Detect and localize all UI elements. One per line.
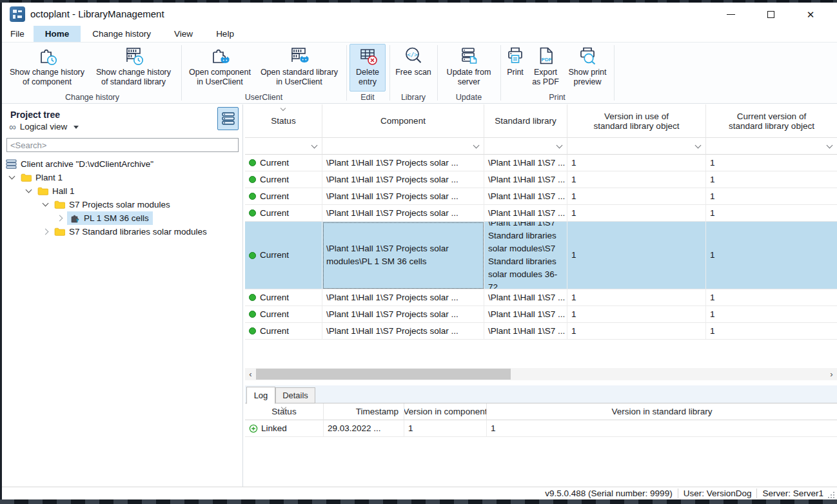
menu-help[interactable]: Help xyxy=(204,26,246,42)
menu-view[interactable]: View xyxy=(162,26,204,42)
search-input[interactable] xyxy=(6,138,239,152)
minimize-button[interactable] xyxy=(711,3,751,26)
chevron-down-icon xyxy=(695,142,702,148)
menu-change-history[interactable]: Change history xyxy=(81,26,162,42)
close-button[interactable]: ✕ xyxy=(791,3,831,26)
column-header-standard-library[interactable]: Standard library xyxy=(484,104,567,138)
filter-dropdown-current-version[interactable] xyxy=(706,138,837,155)
column-header-current-version[interactable]: Current version of standard library obje… xyxy=(706,104,837,138)
column-header-status[interactable]: Status xyxy=(245,104,322,138)
print-icon xyxy=(504,44,526,68)
column-header-component[interactable]: Component xyxy=(322,104,484,138)
detail-tabs: Log Details xyxy=(245,385,837,403)
export-pdf-icon: PDF xyxy=(535,44,556,68)
horizontal-scrollbar[interactable]: ‹ › xyxy=(245,368,837,380)
expander-collapsed-icon[interactable] xyxy=(57,215,63,222)
status-current-icon xyxy=(249,209,256,217)
tab-log[interactable]: Log xyxy=(246,387,275,404)
log-row[interactable]: Linked 29.03.2022 ... 1 1 xyxy=(245,420,837,437)
chevron-down-icon xyxy=(473,142,480,148)
status-bar: v9.5.0.488 (Serial number: 9999) User: V… xyxy=(2,487,837,499)
tree-item-s7-standard-libraries[interactable]: S7 Standard libraries solar modules xyxy=(43,225,207,238)
tree-view-mode-selector[interactable]: ∞ Logical view xyxy=(9,122,79,131)
table-row[interactable]: Current \Plant 1\Hall 1\S7 Projects sola… xyxy=(245,155,837,171)
filter-dropdown-standard-library[interactable] xyxy=(484,138,567,155)
focused-cell: \Plant 1\Hall 1\S7 Projects solar module… xyxy=(322,222,484,289)
component-history-icon xyxy=(36,44,58,68)
expander-expanded-icon[interactable] xyxy=(26,187,32,193)
log-table: Status Timestamp Version in component Ve… xyxy=(245,403,837,420)
print-preview-icon xyxy=(576,44,598,68)
log-column-timestamp[interactable]: Timestamp xyxy=(324,403,404,420)
scroll-right-icon[interactable]: › xyxy=(826,368,837,380)
maximize-button[interactable] xyxy=(751,3,791,26)
tree-item-pl1-sm36-selected[interactable]: PL 1 SM 36 cells xyxy=(57,211,153,225)
scrollbar-thumb[interactable] xyxy=(256,369,511,380)
scrollbar-track[interactable] xyxy=(256,368,826,380)
sort-descending-icon xyxy=(280,106,285,111)
status-separator xyxy=(756,489,757,498)
delete-entry-button[interactable]: Delete entry xyxy=(350,44,386,92)
project-tree-panel: Project tree ∞ Logical view xyxy=(2,104,243,487)
server-stack-icon xyxy=(221,111,235,126)
table-row-selected[interactable]: Current \Plant 1\Hall 1\S7 Projects sola… xyxy=(245,222,837,289)
status-current-icon xyxy=(249,176,256,183)
menu-bar: File Home Change history View Help xyxy=(2,26,837,43)
ribbon-group-print: Print xyxy=(503,92,611,102)
tree-item-hall1[interactable]: Hall 1 xyxy=(26,184,75,198)
open-component-userclient-button[interactable]: Open component in UserClient xyxy=(185,44,255,92)
window-title: octoplant - LibraryManagement xyxy=(30,8,164,19)
expander-collapsed-icon[interactable] xyxy=(43,229,49,235)
show-print-preview-button[interactable]: Show print preview xyxy=(564,44,611,92)
svg-text:PDF: PDF xyxy=(542,57,552,63)
table-row[interactable]: Current \Plant 1\Hall 1\S7 Projects sola… xyxy=(245,205,837,222)
status-separator xyxy=(678,489,678,498)
ribbon-separator xyxy=(614,45,615,101)
export-pdf-button[interactable]: PDF Export as PDF xyxy=(529,44,562,92)
tree-item-plant1[interactable]: Plant 1 xyxy=(10,171,63,184)
filter-dropdown-status[interactable] xyxy=(245,138,322,155)
ribbon-group-edit: Edit xyxy=(350,92,386,102)
ribbon-group-userclient: UserClient xyxy=(185,92,342,102)
tree-item-s7-projects[interactable]: S7 Projects solar modules xyxy=(43,198,170,211)
title-bar: octoplant - LibraryManagement ✕ xyxy=(2,3,837,26)
library-userclient-icon xyxy=(288,44,310,68)
show-change-history-component-button[interactable]: Show change history of component xyxy=(7,44,87,92)
chevron-down-icon xyxy=(74,126,79,129)
expander-expanded-icon[interactable] xyxy=(43,200,49,207)
table-row[interactable]: Current \Plant 1\Hall 1\S7 Projects sola… xyxy=(245,323,837,340)
log-column-version-in-standard-library[interactable]: Version in standard library xyxy=(487,403,837,420)
folder-icon xyxy=(37,187,48,195)
tree-item-client-archive[interactable]: Client archive "D:\vdClientArchive" xyxy=(6,157,153,171)
status-server: Server: Server1 xyxy=(762,489,823,498)
menu-home[interactable]: Home xyxy=(34,26,81,42)
expander-expanded-icon[interactable] xyxy=(9,173,15,180)
ribbon-separator xyxy=(346,45,347,101)
log-column-version-in-component[interactable]: Version in component xyxy=(404,403,487,420)
table-row[interactable]: Current \Plant 1\Hall 1\S7 Projects sola… xyxy=(245,188,837,205)
tab-details[interactable]: Details xyxy=(275,387,315,403)
resize-grip[interactable] xyxy=(827,491,835,499)
table-row[interactable]: Current \Plant 1\Hall 1\S7 Projects sola… xyxy=(245,289,837,306)
scroll-left-icon[interactable]: ‹ xyxy=(245,368,256,380)
open-library-userclient-button[interactable]: Open standard library in UserClient xyxy=(256,44,342,92)
ribbon-separator xyxy=(437,45,438,101)
free-scan-icon: </> xyxy=(402,44,424,68)
column-header-version-in-use[interactable]: Version in use of standard library objec… xyxy=(567,104,706,138)
status-current-icon xyxy=(249,294,256,301)
chevron-down-icon xyxy=(556,142,563,148)
free-scan-button[interactable]: </> Free scan xyxy=(392,44,435,92)
menu-file[interactable]: File xyxy=(2,26,34,42)
ribbon-separator xyxy=(500,45,501,101)
show-change-history-library-button[interactable]: Show change history of standard library xyxy=(90,44,177,92)
archive-view-button[interactable] xyxy=(217,107,239,130)
log-column-status[interactable]: Status xyxy=(245,403,324,420)
maximize-icon xyxy=(767,11,774,18)
table-row[interactable]: Current \Plant 1\Hall 1\S7 Projects sola… xyxy=(245,306,837,323)
table-row[interactable]: Current \Plant 1\Hall 1\S7 Projects sola… xyxy=(245,171,837,188)
update-from-server-button[interactable]: Update from server xyxy=(440,44,498,92)
folder-icon xyxy=(21,173,32,182)
filter-dropdown-component[interactable] xyxy=(322,138,484,155)
filter-dropdown-version-in-use[interactable] xyxy=(567,138,706,155)
print-button[interactable]: Print xyxy=(503,44,527,92)
